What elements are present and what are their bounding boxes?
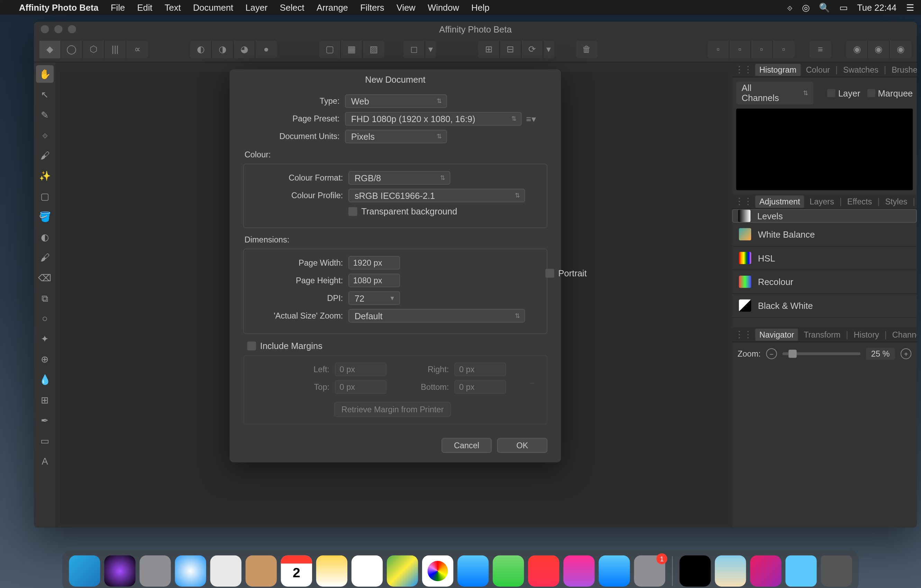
- menu-help[interactable]: Help: [471, 2, 490, 13]
- panel-grip-icon[interactable]: ⋮⋮: [735, 329, 752, 339]
- dock-app-mail[interactable]: [210, 556, 241, 586]
- menu-file[interactable]: File: [111, 2, 125, 13]
- toolbar-insert-icon[interactable]: ◉: [868, 41, 890, 58]
- toolbar-snap-icon[interactable]: ⊟: [500, 41, 522, 58]
- zoom-slider[interactable]: [782, 352, 860, 355]
- tab-stock[interactable]: Stock: [916, 195, 917, 207]
- dock-app-facetime[interactable]: [493, 556, 524, 586]
- adjustment-white-balance[interactable]: White Balance: [732, 223, 917, 247]
- dodge-tool-icon[interactable]: ○: [36, 310, 54, 327]
- persona-liquify-icon[interactable]: ◯: [61, 41, 83, 58]
- gradient-tool-icon[interactable]: ◐: [36, 228, 54, 246]
- toolbar-arrange-icon[interactable]: ▫: [773, 41, 795, 58]
- height-input[interactable]: [348, 274, 400, 287]
- marquee-tool-icon[interactable]: ▢: [36, 187, 54, 205]
- toolbar-insert-icon[interactable]: ◉: [846, 41, 868, 58]
- panel-grip-icon[interactable]: ⋮⋮: [735, 196, 752, 206]
- toolbar-button[interactable]: ●: [255, 41, 277, 58]
- histogram-channels-select[interactable]: All Channels⇅: [736, 82, 814, 105]
- toolbar-button[interactable]: ◕: [234, 41, 255, 58]
- move-tool-icon[interactable]: ↖: [36, 85, 54, 103]
- blur-brush-icon[interactable]: 💧: [36, 371, 54, 388]
- adjustment-levels[interactable]: Levels: [732, 209, 917, 223]
- toolbar-insert-icon[interactable]: ◉: [890, 41, 912, 58]
- menu-text[interactable]: Text: [165, 2, 181, 13]
- zoom-value[interactable]: 25 %: [866, 348, 895, 360]
- toolbar-snap-icon[interactable]: ⟳: [522, 41, 543, 58]
- persona-photo-icon[interactable]: ◆: [39, 41, 61, 58]
- toolbar-arrange-icon[interactable]: ▫: [708, 41, 729, 58]
- dock-app-photos[interactable]: [422, 556, 453, 586]
- toolbar-snap-icon[interactable]: ⊞: [478, 41, 500, 58]
- persona-export-icon[interactable]: ∝: [126, 41, 148, 58]
- tab-styles[interactable]: Styles: [881, 195, 912, 207]
- adjustment-recolour[interactable]: Recolour: [732, 270, 917, 294]
- pen-tool-icon[interactable]: ✒: [36, 412, 54, 429]
- tab-navigator[interactable]: Navigator: [755, 328, 798, 340]
- type-select[interactable]: Web⇅: [345, 94, 447, 108]
- dock-app-maps[interactable]: [387, 556, 418, 586]
- tab-effects[interactable]: Effects: [843, 195, 876, 207]
- width-input[interactable]: [348, 256, 400, 270]
- zoom-out-button[interactable]: −: [766, 348, 777, 359]
- menu-select[interactable]: Select: [280, 2, 304, 13]
- dpi-select[interactable]: 72▼: [348, 291, 400, 305]
- tab-colour[interactable]: Colour: [802, 63, 834, 76]
- include-margins-checkbox[interactable]: Include Margins: [247, 341, 548, 351]
- dock-app-siri[interactable]: [104, 556, 135, 586]
- preset-menu-icon[interactable]: ≡▾: [526, 114, 536, 124]
- adjustment-black-white[interactable]: Black & White: [732, 294, 917, 318]
- dock-app-calendar[interactable]: 2: [281, 556, 312, 586]
- menu-filters[interactable]: Filters: [360, 2, 384, 13]
- toolbar-button[interactable]: ◑: [212, 41, 234, 58]
- mesh-warp-icon[interactable]: ⊞: [36, 391, 54, 409]
- persona-develop-icon[interactable]: ⬡: [83, 41, 104, 58]
- text-tool-icon[interactable]: A: [36, 452, 54, 470]
- dock-app-preferences[interactable]: 1: [634, 556, 665, 586]
- toolbar-arrange-icon[interactable]: ▫: [751, 41, 773, 58]
- menu-layer[interactable]: Layer: [246, 2, 268, 13]
- selection-brush-icon[interactable]: 🖌: [36, 147, 54, 164]
- toolbar-button[interactable]: ◐: [190, 41, 212, 58]
- colour-format-select[interactable]: RGB/8⇅: [348, 171, 450, 185]
- dock-trash-icon[interactable]: [821, 556, 852, 586]
- dock-app-downloads[interactable]: [785, 556, 817, 586]
- dock-app-terminal[interactable]: [680, 556, 711, 586]
- toolbar-dropdown-icon[interactable]: ▾: [543, 41, 554, 58]
- tab-layers[interactable]: Layers: [805, 195, 838, 207]
- toolbar-quickmask-icon[interactable]: ◻: [404, 41, 425, 58]
- toolbar-selection-icon[interactable]: ▦: [341, 41, 363, 58]
- colour-picker-icon[interactable]: ✎: [36, 106, 54, 123]
- shape-tool-icon[interactable]: ▭: [36, 432, 54, 449]
- erase-brush-icon[interactable]: ⌫: [36, 269, 54, 286]
- menu-document[interactable]: Document: [193, 2, 233, 13]
- persona-tone-icon[interactable]: |||: [104, 41, 126, 58]
- dock-app-notes[interactable]: [316, 556, 347, 586]
- toolbar-selection-icon[interactable]: ▢: [319, 41, 341, 58]
- inpainting-brush-icon[interactable]: ✦: [36, 330, 54, 348]
- menu-arrange[interactable]: Arrange: [317, 2, 348, 13]
- units-select[interactable]: Pixels⇅: [345, 130, 447, 143]
- tab-channels[interactable]: Channels: [888, 328, 917, 340]
- toolbar-align-icon[interactable]: ≡: [810, 41, 832, 58]
- tab-brushes[interactable]: Brushes: [887, 63, 917, 76]
- status-icon[interactable]: ⟐: [787, 2, 792, 13]
- preset-select[interactable]: FHD 1080p (1920 x 1080, 16:9)⇅: [345, 112, 521, 125]
- toolbar-arrange-icon[interactable]: ▫: [729, 41, 751, 58]
- flood-select-icon[interactable]: ✨: [36, 167, 54, 185]
- view-tool-icon[interactable]: ✋: [36, 65, 54, 83]
- dock-app-preview[interactable]: [715, 556, 746, 586]
- cancel-button[interactable]: Cancel: [441, 438, 491, 453]
- dock-app-news[interactable]: [528, 556, 559, 586]
- actual-size-zoom-select[interactable]: Default⇅: [348, 309, 525, 322]
- clone-brush-icon[interactable]: ⧉: [36, 289, 54, 307]
- healing-brush-icon[interactable]: ⊕: [36, 350, 54, 368]
- tab-transform[interactable]: Transform: [799, 328, 845, 340]
- zoom-in-button[interactable]: +: [901, 348, 911, 359]
- dock-app-launchpad[interactable]: [140, 556, 171, 586]
- dock-app-reminders[interactable]: [351, 556, 382, 586]
- toolbar-dropdown-icon[interactable]: ▾: [425, 41, 436, 58]
- dock-app-affinity[interactable]: [750, 556, 781, 586]
- flood-fill-icon[interactable]: 🪣: [36, 208, 54, 226]
- dock-app-messages[interactable]: [457, 556, 488, 586]
